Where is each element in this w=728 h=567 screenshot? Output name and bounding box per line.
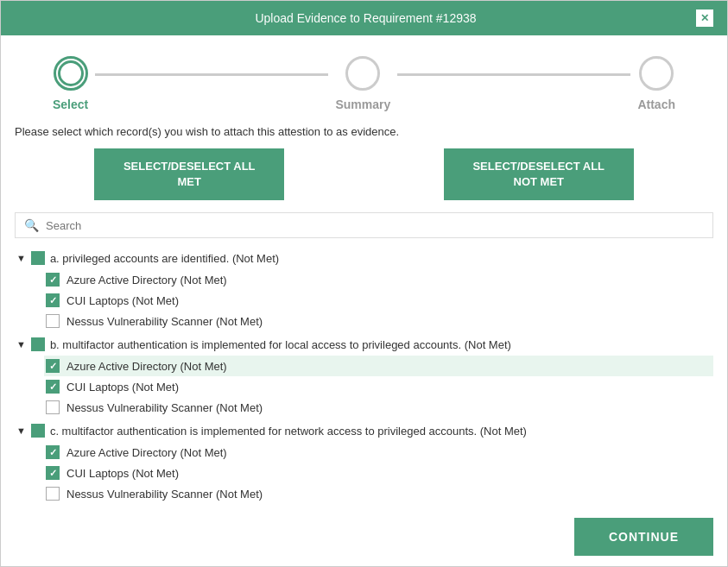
tree-child-b3: Nessus Vulnerability Scanner (Not Met) bbox=[44, 397, 713, 418]
step-line-2 bbox=[397, 73, 630, 76]
step-line-1 bbox=[95, 73, 328, 76]
step-label-select: Select bbox=[53, 98, 88, 111]
checkbox-b3[interactable] bbox=[46, 400, 60, 414]
modal-footer: CONTINUE bbox=[1, 507, 727, 566]
child-label-b1: Azure Active Directory (Not Met) bbox=[66, 360, 227, 373]
chevron-icon: ▼ bbox=[16, 253, 26, 263]
checkbox-a2[interactable] bbox=[46, 293, 60, 307]
parent-square-icon bbox=[31, 251, 45, 265]
tree-child-a1: Azure Active Directory (Not Met) bbox=[44, 269, 713, 290]
child-label-c1: Azure Active Directory (Not Met) bbox=[66, 446, 227, 459]
parent-square-icon bbox=[31, 424, 45, 438]
checkbox-a3[interactable] bbox=[46, 314, 60, 328]
tree-child-a3: Nessus Vulnerability Scanner (Not Met) bbox=[44, 311, 713, 331]
stepper: Select Summary Attach bbox=[1, 35, 727, 125]
step-attach: Attach bbox=[637, 56, 675, 111]
tree-parent-label: b. multifactor authentication is impleme… bbox=[50, 338, 511, 351]
child-label-b2: CUI Laptops (Not Met) bbox=[66, 381, 179, 394]
step-label-summary: Summary bbox=[335, 98, 390, 111]
child-label-a1: Azure Active Directory (Not Met) bbox=[66, 274, 227, 287]
child-label-c2: CUI Laptops (Not Met) bbox=[66, 467, 179, 480]
search-bar: 🔍 bbox=[15, 212, 713, 238]
child-label-b3: Nessus Vulnerability Scanner (Not Met) bbox=[66, 401, 263, 414]
tree-children-a: Azure Active Directory (Not Met)CUI Lapt… bbox=[15, 269, 713, 331]
close-button[interactable]: ✕ bbox=[696, 9, 713, 27]
tree-child-b1: Azure Active Directory (Not Met) bbox=[44, 356, 713, 376]
step-summary: Summary bbox=[335, 56, 390, 111]
tree-child-b2: CUI Laptops (Not Met) bbox=[44, 376, 713, 397]
child-label-a2: CUI Laptops (Not Met) bbox=[66, 294, 179, 307]
step-label-attach: Attach bbox=[637, 98, 675, 111]
modal: Upload Evidence to Requirement #12938 ✕ … bbox=[0, 0, 728, 567]
tree-section-c: ▼c. multifactor authentication is implem… bbox=[15, 419, 713, 504]
tree-parent-c[interactable]: ▼c. multifactor authentication is implem… bbox=[15, 419, 713, 442]
child-label-a3: Nessus Vulnerability Scanner (Not Met) bbox=[66, 315, 263, 328]
tree-section-a: ▼a. privileged accounts are identified. … bbox=[15, 247, 713, 331]
checkbox-b2[interactable] bbox=[46, 380, 60, 394]
select-deselect-met-button[interactable]: SELECT/DESELECT ALLMET bbox=[94, 148, 284, 200]
tree-child-c2: CUI Laptops (Not Met) bbox=[44, 463, 713, 483]
select-deselect-not-met-button[interactable]: SELECT/DESELECT ALLNOT MET bbox=[444, 148, 634, 200]
chevron-icon: ▼ bbox=[16, 425, 26, 436]
tree-parent-label: a. privileged accounts are identified. (… bbox=[50, 252, 279, 265]
instruction-text: Please select which record(s) you wish t… bbox=[15, 125, 713, 138]
tree-child-c1: Azure Active Directory (Not Met) bbox=[44, 442, 713, 463]
checkbox-c2[interactable] bbox=[46, 466, 60, 480]
continue-button[interactable]: CONTINUE bbox=[574, 518, 713, 556]
tree-parent-label: c. multifactor authentication is impleme… bbox=[50, 425, 527, 438]
step-circle-attach bbox=[639, 56, 674, 91]
tree-section-b: ▼b. multifactor authentication is implem… bbox=[15, 333, 713, 418]
checkbox-c1[interactable] bbox=[46, 445, 60, 459]
step-circle-select bbox=[54, 56, 88, 91]
tree-children-b: Azure Active Directory (Not Met)CUI Lapt… bbox=[15, 356, 713, 418]
select-buttons-row: SELECT/DESELECT ALLMET SELECT/DESELECT A… bbox=[15, 148, 713, 200]
tree-child-c3: Nessus Vulnerability Scanner (Not Met) bbox=[44, 483, 713, 504]
modal-title: Upload Evidence to Requirement #12938 bbox=[35, 11, 696, 25]
tree-parent-b[interactable]: ▼b. multifactor authentication is implem… bbox=[15, 333, 713, 356]
tree-parent-a[interactable]: ▼a. privileged accounts are identified. … bbox=[15, 247, 713, 269]
search-icon: 🔍 bbox=[24, 218, 39, 232]
tree-child-a2: CUI Laptops (Not Met) bbox=[44, 290, 713, 311]
checkbox-c3[interactable] bbox=[46, 487, 60, 501]
modal-body: Please select which record(s) you wish t… bbox=[1, 125, 727, 507]
modal-header: Upload Evidence to Requirement #12938 ✕ bbox=[1, 1, 727, 35]
tree-container: ▼a. privileged accounts are identified. … bbox=[15, 247, 713, 507]
child-label-c3: Nessus Vulnerability Scanner (Not Met) bbox=[66, 488, 263, 501]
checkbox-a1[interactable] bbox=[46, 273, 60, 287]
search-input[interactable] bbox=[46, 219, 704, 232]
tree-children-c: Azure Active Directory (Not Met)CUI Lapt… bbox=[15, 442, 713, 504]
parent-square-icon bbox=[31, 337, 45, 351]
step-circle-summary bbox=[345, 56, 380, 91]
chevron-icon: ▼ bbox=[16, 339, 26, 350]
step-select: Select bbox=[53, 56, 88, 111]
checkbox-b1[interactable] bbox=[46, 359, 60, 373]
